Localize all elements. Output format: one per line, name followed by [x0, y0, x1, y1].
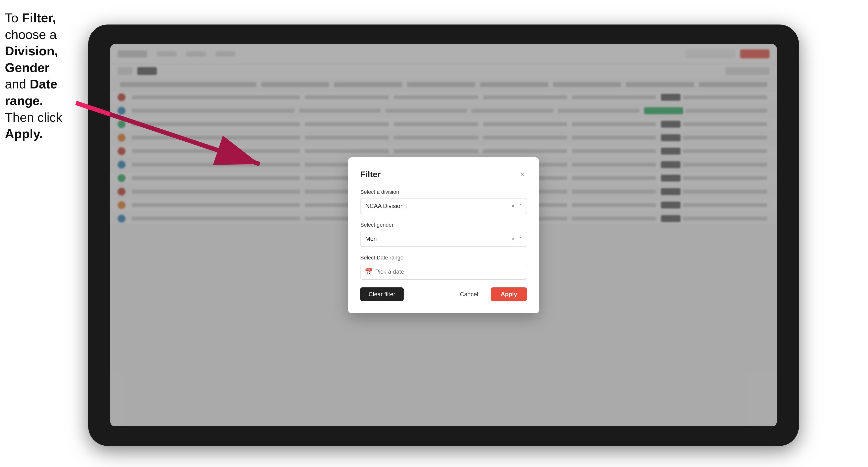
division-select-wrapper: NCAA Division I NCAA Division II NCAA Di… [360, 198, 527, 214]
modal-header: Filter × [360, 169, 527, 179]
apply-button[interactable]: Apply [491, 287, 527, 301]
tablet-screen: Filter × Select a division NCAA Division… [110, 44, 777, 426]
gender-select-wrapper: Men Women Co-ed × ⌃ [360, 231, 527, 247]
division-clear-icon[interactable]: × [512, 203, 515, 209]
date-input-wrapper: 📅 [360, 264, 527, 280]
modal-footer: Clear filter Cancel Apply [360, 287, 527, 301]
gender-clear-icon[interactable]: × [512, 236, 515, 242]
gender-form-group: Select gender Men Women Co-ed × ⌃ [360, 222, 527, 247]
modal-title: Filter [360, 169, 380, 179]
gender-select[interactable]: Men Women Co-ed [360, 231, 527, 247]
modal-footer-right: Cancel Apply [452, 287, 527, 301]
modal-overlay: Filter × Select a division NCAA Division… [110, 44, 777, 426]
date-form-group: Select Date range 📅 [360, 255, 527, 280]
modal-close-button[interactable]: × [518, 170, 527, 179]
tablet-device: Filter × Select a division NCAA Division… [88, 25, 799, 446]
instruction-text: To Filter, choose a Division, Gender and… [5, 10, 81, 142]
gender-label: Select gender [360, 222, 527, 228]
calendar-icon: 📅 [365, 268, 372, 275]
division-form-group: Select a division NCAA Division I NCAA D… [360, 189, 527, 214]
cancel-button[interactable]: Cancel [452, 287, 486, 301]
date-range-input[interactable] [360, 264, 527, 280]
division-select[interactable]: NCAA Division I NCAA Division II NCAA Di… [360, 198, 527, 214]
filter-modal: Filter × Select a division NCAA Division… [348, 157, 539, 313]
date-label: Select Date range [360, 255, 527, 261]
division-label: Select a division [360, 189, 527, 195]
clear-filter-button[interactable]: Clear filter [360, 287, 404, 301]
